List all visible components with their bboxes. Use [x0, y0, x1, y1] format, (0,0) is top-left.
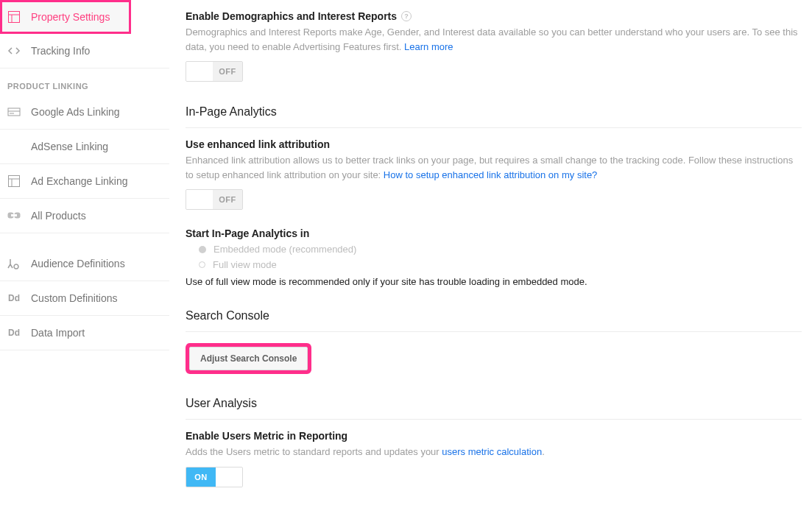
toggle-knob: [216, 468, 242, 487]
demographics-title-text: Enable Demographics and Interest Reports: [186, 10, 397, 22]
users-metric-calc-link[interactable]: users metric calculation: [442, 446, 542, 457]
user-analysis-desc-text: Adds the Users metric to standard report…: [186, 446, 442, 457]
sidebar-item-ad-exchange-linking[interactable]: Ad Exchange Linking: [0, 164, 169, 199]
code-icon: [7, 44, 21, 57]
enhanced-link-title: Use enhanced link attribution: [186, 138, 802, 150]
demographics-toggle[interactable]: OFF: [186, 61, 243, 82]
toggle-knob: [186, 62, 213, 81]
svg-rect-6: [9, 176, 20, 187]
sidebar-heading-product-linking: PRODUCT LINKING: [0, 68, 169, 95]
sidebar-item-label: Property Settings: [31, 11, 110, 23]
user-analysis-desc: Adds the Users metric to standard report…: [186, 445, 802, 459]
sidebar-item-custom-definitions[interactable]: Dd Custom Definitions: [0, 281, 169, 316]
main-content: Enable Demographics and Interest Reports…: [169, 0, 812, 508]
sidebar-item-property-settings[interactable]: Property Settings: [0, 0, 131, 34]
radio-full-view-mode[interactable]: Full view mode: [199, 259, 802, 270]
radio-icon: [199, 246, 206, 253]
svg-rect-3: [8, 108, 20, 116]
divider: [186, 127, 802, 128]
demographics-desc-text: Demographics and Interest Reports make A…: [186, 27, 798, 52]
sidebar-item-adsense-linking[interactable]: AdSense Linking: [0, 130, 169, 164]
dd-icon: Dd: [7, 326, 21, 339]
users-metric-toggle[interactable]: ON: [186, 467, 243, 487]
sidebar-item-label: Custom Definitions: [31, 292, 118, 304]
radio-embedded-mode[interactable]: Embedded mode (recommended): [199, 244, 802, 255]
sidebar-item-label: Ad Exchange Linking: [31, 175, 128, 187]
toggle-label: ON: [186, 468, 216, 487]
start-inpage-note: Use of full view mode is recommended onl…: [186, 276, 802, 287]
sidebar-item-audience-definitions[interactable]: Audience Definitions: [0, 247, 169, 281]
demographics-desc: Demographics and Interest Reports make A…: [186, 25, 802, 54]
help-icon[interactable]: ?: [401, 11, 412, 21]
link-icon: [7, 209, 21, 222]
ads-icon: [7, 105, 21, 119]
toggle-label: OFF: [213, 190, 242, 209]
demographics-learn-more-link[interactable]: Learn more: [404, 41, 453, 52]
enhanced-link-howto-link[interactable]: How to setup enhanced link attribution o…: [384, 169, 598, 180]
demographics-title: Enable Demographics and Interest Reports…: [186, 10, 802, 22]
start-inpage-title: Start In-Page Analytics in: [186, 227, 802, 239]
svg-rect-0: [9, 12, 20, 23]
sidebar-item-label: Audience Definitions: [31, 258, 125, 269]
sidebar-item-label: All Products: [31, 210, 86, 222]
divider: [186, 331, 802, 332]
user-analysis-section-title: User Analysis: [186, 397, 802, 413]
enhanced-link-desc: Enhanced link attribution allows us to b…: [186, 153, 802, 182]
sidebar-item-label: Google Ads Linking: [31, 106, 120, 118]
sidebar: Property Settings Tracking Info PRODUCT …: [0, 0, 169, 508]
adsense-icon: [7, 140, 21, 153]
radio-icon: [199, 261, 205, 268]
sidebar-item-google-ads-linking[interactable]: Google Ads Linking: [0, 95, 169, 130]
radio-label: Full view mode: [213, 259, 277, 270]
dd-icon: Dd: [7, 292, 21, 305]
sidebar-item-label: Data Import: [31, 327, 85, 339]
toggle-knob: [186, 190, 213, 209]
sidebar-item-tracking-info[interactable]: Tracking Info: [0, 34, 169, 68]
sidebar-item-label: AdSense Linking: [31, 141, 108, 152]
sidebar-item-label: Tracking Info: [31, 45, 90, 57]
adjust-search-console-button[interactable]: Adjust Search Console: [189, 347, 308, 370]
inpage-section-title: In-Page Analytics: [186, 105, 802, 121]
audience-icon: [7, 257, 21, 270]
radio-label: Embedded mode (recommended): [213, 244, 356, 255]
property-settings-icon: [7, 10, 21, 24]
svg-rect-11: [11, 214, 17, 216]
user-analysis-sub-title: Enable Users Metric in Reporting: [186, 430, 802, 442]
start-inpage-radios: Embedded mode (recommended) Full view mo…: [199, 244, 802, 270]
toggle-label: OFF: [213, 62, 242, 81]
divider: [186, 419, 802, 420]
enhanced-link-toggle[interactable]: OFF: [186, 189, 243, 210]
sidebar-item-all-products[interactable]: All Products: [0, 199, 169, 233]
ad-exchange-icon: [7, 174, 21, 188]
search-console-section-title: Search Console: [186, 309, 802, 325]
sidebar-item-data-import[interactable]: Dd Data Import: [0, 316, 169, 350]
